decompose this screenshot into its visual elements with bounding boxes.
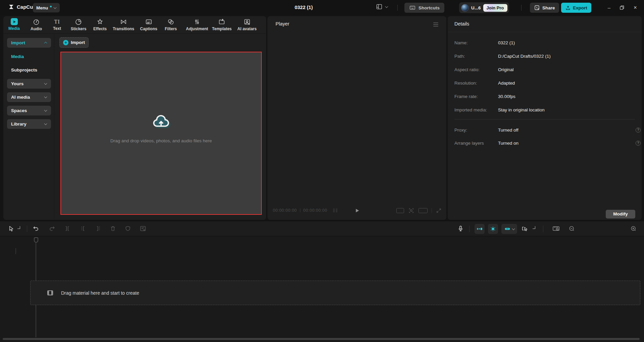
filters-tab-icon — [167, 18, 175, 26]
detail-row-arrange-layers: Arrange layers Turned on ? — [454, 141, 635, 147]
menu-button[interactable]: Menu — [33, 3, 60, 12]
tab-adjustment[interactable]: Adjustment — [186, 18, 208, 31]
timeline-dropzone[interactable]: Drag material here and start to create — [30, 281, 640, 305]
user-avatar[interactable] — [461, 4, 469, 12]
mask-icon[interactable] — [125, 225, 131, 232]
join-pro-button[interactable]: Join Pro — [483, 4, 507, 12]
delete-right-icon[interactable] — [95, 225, 102, 232]
export-button[interactable]: Export — [561, 3, 591, 13]
media-dropzone-hint: Drag and drop videos, photos, and audio … — [110, 138, 212, 143]
ai-avatars-tab-icon — [243, 18, 251, 26]
tab-media[interactable]: Media — [8, 18, 20, 31]
detail-row-aspect-ratio: Aspect ratio: Original — [454, 67, 635, 73]
mic-icon[interactable] — [457, 225, 464, 232]
sidebar-item-spaces[interactable]: Spaces — [7, 106, 51, 115]
user-name[interactable]: U...6 — [471, 5, 481, 10]
tab-stickers[interactable]: Stickers — [71, 18, 87, 31]
restore-button[interactable] — [616, 0, 628, 15]
tab-ai-avatars[interactable]: AI avatars — [237, 18, 256, 31]
display-icon[interactable] — [418, 208, 428, 213]
current-time: 00:00:00:00 — [273, 208, 297, 213]
tab-filters[interactable]: Filters — [165, 18, 177, 31]
tab-text[interactable]: TI Text — [53, 18, 61, 31]
media-dropzone[interactable]: Drag and drop videos, photos, and audio … — [60, 52, 262, 215]
zoom-out-icon[interactable] — [568, 226, 575, 232]
player-view-options — [396, 207, 442, 214]
sidebar-item-library[interactable]: Library — [7, 119, 51, 129]
preview-ruler-icon[interactable] — [552, 225, 560, 232]
export-icon — [565, 5, 571, 11]
player-controls: 00:00:00:00 00:00:00:00 — [267, 201, 446, 220]
user-chip: U...6 Join Pro — [459, 2, 509, 13]
tab-audio[interactable]: Audio — [31, 18, 42, 31]
sidebar-item-yours[interactable]: Yours — [7, 79, 51, 89]
total-time: 00:00:00:00 — [303, 208, 328, 213]
topbar-separator — [521, 5, 522, 11]
chevron-down-icon — [44, 108, 47, 111]
undo-icon[interactable] — [32, 225, 39, 232]
zoom-in-icon[interactable] — [630, 226, 637, 232]
project-title: 0322 (1) — [295, 5, 313, 10]
play-button[interactable] — [354, 208, 360, 213]
fit-icon[interactable] — [408, 207, 414, 214]
detail-row-frame-rate: Frame rate: 30.00fps — [454, 94, 635, 100]
detail-row-resolution: Resolution: Adapted — [454, 81, 635, 87]
sidebar-item-ai-media[interactable]: AI media — [7, 92, 51, 102]
fullscreen-icon[interactable] — [436, 208, 442, 213]
cloud-upload-icon — [152, 113, 170, 130]
horizontal-scrollbar[interactable] — [3, 338, 640, 340]
chevron-down-icon[interactable] — [17, 226, 20, 229]
share-button[interactable]: Share — [530, 3, 559, 13]
hamburger-icon[interactable] — [433, 22, 438, 27]
tab-captions[interactable]: Captions — [140, 18, 157, 31]
remove-script-icon[interactable] — [139, 225, 147, 232]
brand-name: CapCut — [17, 4, 35, 10]
close-button[interactable]: ✕ — [630, 0, 641, 15]
playhead-handle[interactable] — [34, 237, 38, 243]
sidebar-item-import[interactable]: Import — [7, 38, 51, 48]
split-icon[interactable] — [64, 225, 71, 232]
chevron-up-icon — [44, 42, 47, 45]
restore-icon — [620, 5, 624, 10]
capcut-window: CapCut Menu 0322 (1) Shortcuts U...6 Joi… — [0, 0, 644, 342]
chevron-down-icon — [44, 95, 47, 98]
layout-switcher-button[interactable] — [376, 4, 388, 10]
share-icon — [534, 5, 540, 11]
tab-templates[interactable]: Templates — [212, 18, 232, 31]
shortcuts-button[interactable]: Shortcuts — [404, 3, 444, 13]
import-media-button[interactable]: + Import — [59, 37, 89, 48]
tab-transitions[interactable]: Transitions — [113, 18, 134, 31]
help-icon[interactable]: ? — [636, 141, 641, 146]
chevron-down-icon[interactable] — [533, 226, 535, 229]
player-panel: Player 00:00:00:00 00:00:00:00 — [267, 16, 446, 220]
minimize-button[interactable]: – — [603, 0, 615, 15]
track-select-icon[interactable] — [521, 225, 529, 232]
help-icon[interactable]: ? — [636, 128, 641, 133]
layout-icon — [376, 4, 383, 10]
text-tab-icon: TI — [54, 18, 60, 25]
link-toggle[interactable] — [501, 224, 517, 234]
shortcuts-label: Shortcuts — [418, 5, 440, 10]
modify-button[interactable]: Modify — [606, 210, 635, 218]
detail-row-proxy: Proxy: Turned off ? — [454, 128, 635, 134]
tab-effects[interactable]: Effects — [93, 18, 107, 31]
media-library-panel: Media Audio TI Text Stickers Effects Tra… — [3, 16, 266, 220]
toolbar-separator — [543, 226, 543, 232]
audio-tab-icon — [33, 18, 40, 26]
sidebar-item-subprojects[interactable]: Subprojects — [7, 65, 51, 75]
captions-tab-icon — [145, 18, 152, 26]
columns-icon[interactable] — [332, 208, 339, 213]
delete-left-icon[interactable] — [79, 225, 86, 232]
redo-icon[interactable] — [49, 225, 56, 232]
ratio-icon[interactable] — [396, 208, 404, 213]
link-icon — [504, 226, 511, 232]
delete-icon[interactable] — [109, 225, 116, 232]
player-title: Player — [276, 21, 289, 27]
pointer-icon[interactable] — [8, 226, 14, 232]
details-panel: Details Name: 0322 (1) Path: D:/CapCut D… — [448, 16, 642, 220]
ripple-delete-toggle[interactable] — [475, 224, 485, 234]
plus-icon: + — [63, 40, 68, 45]
keyboard-icon — [409, 5, 416, 11]
sidebar-item-media[interactable]: Media — [7, 52, 51, 61]
auto-split-toggle[interactable] — [488, 224, 498, 234]
